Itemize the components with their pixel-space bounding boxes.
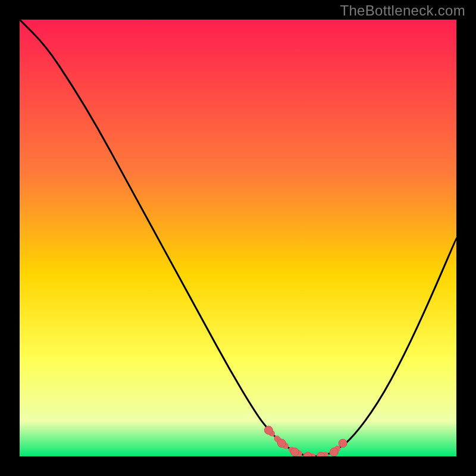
marker-dot <box>339 439 347 447</box>
marker-dot <box>264 426 273 434</box>
watermark-text: TheBottleneck.com <box>340 2 465 19</box>
bottleneck-chart <box>20 20 456 456</box>
marker-dot <box>277 439 286 447</box>
chart-frame: TheBottleneck.com <box>0 0 476 476</box>
marker-dot <box>290 448 299 456</box>
marker-dot <box>330 448 338 456</box>
gradient-background <box>20 20 456 456</box>
plot-area <box>20 20 456 456</box>
